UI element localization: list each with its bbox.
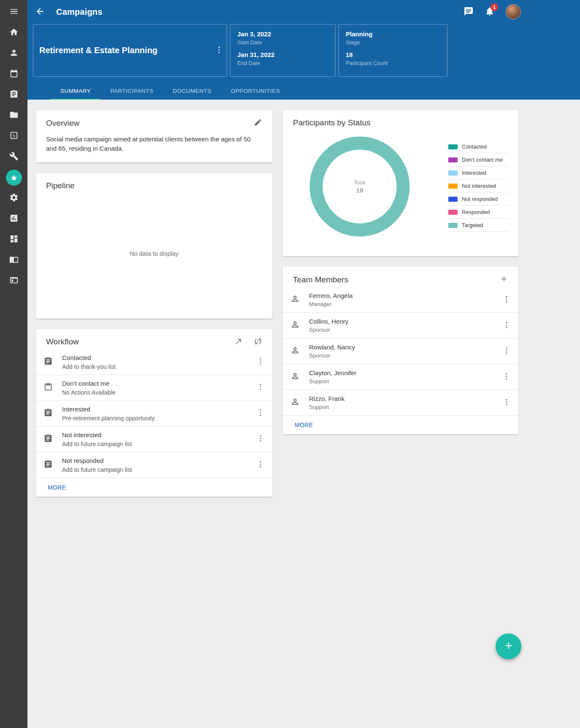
box-5-icon: 5 (9, 131, 19, 142)
topbar: Campaigns 1 (27, 0, 580, 24)
team-member-menu-button[interactable] (502, 321, 511, 330)
pipeline-title: Pipeline (46, 181, 75, 190)
plus-icon (500, 275, 508, 284)
edit-overview-button[interactable] (254, 118, 262, 128)
start-date-label: Start Date (237, 39, 328, 46)
card-view-icon (9, 276, 19, 287)
plus-icon (503, 640, 514, 652)
sidebar-item-settings[interactable] (0, 188, 27, 208)
workflow-item-menu-button[interactable] (256, 434, 265, 444)
workflow-item-menu-button[interactable] (256, 357, 265, 367)
sidebar-item-home[interactable] (0, 22, 27, 43)
sidebar-item-tools[interactable] (0, 146, 27, 167)
kebab-icon (256, 434, 265, 444)
legend-label: Contacted (462, 143, 487, 150)
main-area: Campaigns 1 Retirement & Estate Planning (27, 0, 580, 728)
sidebar-item-tasks[interactable] (0, 84, 27, 105)
donut-total-value: 18 (356, 187, 363, 194)
legend-label: Don't contact me (462, 157, 503, 163)
pipeline-empty-state: No data to display (36, 193, 272, 319)
workflow-more-button[interactable]: MORE (48, 484, 66, 491)
sidebar-item-billing[interactable] (0, 271, 27, 291)
open-book-icon (9, 255, 19, 266)
workflow-status: Not responded (62, 457, 132, 464)
tab-opportunities[interactable]: OPPORTUNITIES (221, 83, 290, 100)
workflow-item: Not responded Add to future campaign lis… (36, 452, 272, 478)
legend-label: Interested (462, 170, 486, 176)
campaign-stage-card: Planning Stage 18 Participant Count (339, 24, 447, 77)
team-member-row: Collins, Henry Sponsor (283, 313, 518, 338)
left-column: Overview Social media campaign aimed at … (36, 110, 272, 507)
team-member-menu-button[interactable] (502, 398, 511, 408)
back-button[interactable] (35, 6, 45, 18)
sidebar-item-library[interactable] (0, 250, 27, 271)
team-member-role: Sponsor (309, 327, 348, 333)
add-fab-button[interactable] (496, 633, 521, 659)
legend-item: Contacted (448, 140, 508, 153)
legend-label: Responded (462, 209, 490, 215)
kebab-icon (256, 409, 265, 418)
sidebar-item-calendar[interactable] (0, 64, 27, 84)
gear-icon (9, 193, 19, 204)
workflow-item: Not interested Add to future campaign li… (36, 427, 272, 452)
sidebar-item-dashboard[interactable] (0, 229, 27, 250)
legend-swatch (448, 197, 458, 202)
legend-item: Don't contact me (448, 153, 508, 166)
overview-card: Overview Social media campaign aimed at … (36, 110, 272, 162)
sidebar-item-reports[interactable] (0, 208, 27, 229)
kebab-icon (502, 372, 511, 382)
team-members-title: Team Members (293, 275, 348, 284)
team-member-menu-button[interactable] (502, 372, 511, 382)
tab-summary[interactable]: SUMMARY (51, 83, 100, 100)
person-outline-icon (290, 294, 300, 305)
workflow-action: No Actions Available (62, 389, 116, 396)
topbar-actions: 1 (463, 4, 521, 19)
kebab-icon (256, 357, 265, 367)
legend-item: Not responded (448, 192, 508, 206)
person-icon (9, 48, 19, 59)
sidebar-item-accounts[interactable]: 5 (0, 126, 27, 146)
notifications-button[interactable]: 1 (485, 6, 495, 18)
legend-label: Not interested (462, 183, 496, 189)
avatar[interactable] (506, 4, 521, 19)
kebab-icon (256, 383, 265, 392)
legend-swatch (448, 170, 458, 176)
kebab-icon (502, 398, 511, 408)
campaigns-star-icon (6, 170, 22, 186)
person-outline-icon (290, 320, 300, 331)
workflow-item-menu-button[interactable] (256, 383, 265, 392)
workflow-open-button[interactable] (234, 337, 243, 347)
sidebar-menu-button[interactable] (0, 2, 27, 22)
campaign-menu-button[interactable] (215, 46, 223, 55)
workflow-item-menu-button[interactable] (256, 460, 265, 470)
campaign-name-card: Retirement & Estate Planning (33, 24, 227, 77)
team-more-button[interactable]: MORE (295, 422, 313, 428)
chat-icon (463, 6, 474, 18)
campaign-name: Retirement & Estate Planning (39, 46, 157, 55)
person-outline-icon (290, 371, 300, 382)
team-member-menu-button[interactable] (502, 295, 511, 305)
page-header: Campaigns 1 Retirement & Estate Planning (27, 0, 580, 100)
dashboard-icon (9, 234, 19, 245)
stage-label: Stage (346, 39, 440, 46)
workflow-item-menu-button[interactable] (256, 409, 265, 418)
workflow-sync-button[interactable] (254, 337, 262, 347)
chat-button[interactable] (463, 6, 474, 18)
svg-text:5: 5 (13, 133, 15, 138)
sidebar-item-campaigns-active[interactable] (0, 167, 27, 188)
add-team-member-button[interactable] (500, 275, 508, 284)
sidebar-item-documents[interactable] (0, 105, 27, 126)
end-date-value: Jan 31, 2022 (237, 51, 328, 58)
overview-title: Overview (46, 119, 79, 128)
tab-documents[interactable]: DOCUMENTS (163, 83, 221, 100)
participant-count-label: Participant Count (346, 60, 440, 66)
team-member-menu-button[interactable] (502, 346, 511, 356)
team-member-role: Sponsor (309, 352, 355, 359)
legend-item: Responded (448, 206, 508, 219)
home-icon (9, 27, 19, 38)
tab-participants[interactable]: PARTICIPANTS (100, 83, 163, 100)
sidebar-item-contacts[interactable] (0, 43, 27, 64)
workflow-item: Interested Pre-retirement planning oppor… (36, 401, 272, 427)
team-member-name: Ferrero, Angela (309, 292, 352, 299)
campaign-dates-card: Jan 3, 2022 Start Date Jan 31, 2022 End … (230, 24, 336, 77)
